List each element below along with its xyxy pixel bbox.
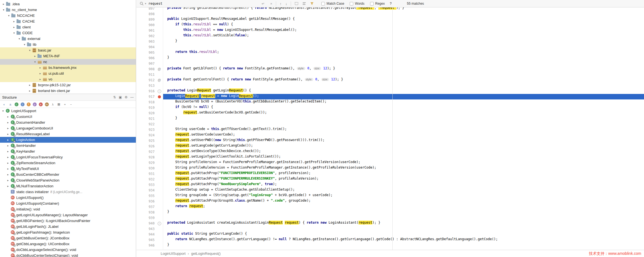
chevron-right-icon[interactable]: ▸ <box>28 89 32 92</box>
code-line[interactable]: 939 <box>136 215 644 221</box>
structure-item[interactable]: ▸cItemHandler <box>0 143 136 148</box>
line-number[interactable]: 919 <box>136 106 156 110</box>
chevron-right-icon[interactable]: ▸ <box>6 156 10 159</box>
checkbox-icon[interactable] <box>350 2 353 6</box>
line-number[interactable]: 936 <box>136 199 156 203</box>
sort-by-visibility-icon[interactable]: ◐ <box>2 102 7 107</box>
settings-icon[interactable]: ⚙ <box>125 95 128 99</box>
project-tree-item[interactable]: ▾nc <box>0 59 136 65</box>
line-number[interactable]: 900 <box>136 23 156 27</box>
code-line[interactable]: 904 <box>136 44 644 50</box>
search-input[interactable]: request <box>149 2 258 6</box>
chevron-right-icon[interactable]: ▸ <box>28 83 32 86</box>
structure-item[interactable]: ▸cDocumentHandler <box>0 120 136 125</box>
code-line[interactable]: 902 this.resultLbl.setVisible(false); <box>136 33 644 39</box>
chevron-right-icon[interactable]: ▸ <box>38 72 42 75</box>
code-line[interactable]: 911 <box>136 72 644 77</box>
code-line[interactable]: 930 String profileRuleVersion = Function… <box>136 166 644 171</box>
structure-item[interactable]: ▸cBusiCenterCBBCellRender <box>0 172 136 177</box>
chevron-right-icon[interactable]: ▸ <box>6 127 10 130</box>
code-line[interactable]: 932 request.putAttachProp("FUNCTIONPERMR… <box>136 177 644 182</box>
project-tree-item[interactable]: ▸CACHE <box>0 18 136 24</box>
structure-item[interactable]: mgetCbbBusiCenter(): JComboBox <box>0 235 136 241</box>
structure-item[interactable]: ▸cLanguageComboboxUI <box>0 125 136 131</box>
chevron-down-icon[interactable]: ▾ <box>17 37 21 40</box>
project-tree-item[interactable]: ▸META-INF <box>0 53 136 59</box>
chevron-right-icon[interactable]: ▸ <box>6 185 10 188</box>
line-number[interactable]: 934 <box>136 188 156 192</box>
line-number[interactable]: 930 <box>136 166 156 170</box>
code-line[interactable]: 900 if (this.resultLbl == null) { <box>136 22 644 28</box>
line-number[interactable]: 931 <box>136 172 156 176</box>
code-line[interactable]: 944public static String getCurrLangCode(… <box>136 232 644 237</box>
code-line[interactable]: 925 request.setUserPWD((new String(this.… <box>136 138 644 144</box>
chevron-down-icon[interactable]: ▾ <box>28 49 32 52</box>
line-number[interactable]: 929 <box>136 161 156 165</box>
show-interfaces-icon[interactable]: i <box>20 102 25 107</box>
code-line[interactable]: 901 this.resultLbl = new LoginUISupport.… <box>136 28 644 33</box>
next-match-icon[interactable]: ↓ <box>284 2 289 6</box>
line-number[interactable]: 906 <box>136 56 156 60</box>
code-line[interactable]: 945 return NCLangRes.getInstance().getCu… <box>136 237 644 243</box>
code-line[interactable]: 933 request.putAttachProp("NeedQuerySimp… <box>136 182 644 188</box>
line-number[interactable]: 911 <box>136 73 156 77</box>
override-icon[interactable]: ↑ <box>156 90 163 93</box>
chevron-down-icon[interactable]: ▾ <box>23 43 26 46</box>
code-line[interactable]: 923 String userCode = this.getTfUserCode… <box>136 127 644 132</box>
structure-item[interactable]: ▾cLoginUISupport <box>0 108 136 114</box>
show-classes-icon[interactable]: c <box>14 102 19 107</box>
regex-checkbox[interactable]: Regex <box>370 2 385 6</box>
line-number[interactable]: 932 <box>136 177 156 181</box>
project-tree-item[interactable]: ▾lib <box>0 42 136 47</box>
structure-item[interactable]: ▸cZipRemoteStreamAction <box>0 160 136 166</box>
line-number[interactable]: 943 <box>136 227 156 231</box>
code-line[interactable]: 940↑protected LoginAssistant createLogin… <box>136 221 644 226</box>
match-case-checkbox[interactable]: Match Case <box>321 2 344 6</box>
show-properties-icon[interactable]: p <box>32 102 37 107</box>
structure-item[interactable]: ▸cKeyHandler <box>0 148 136 154</box>
line-number[interactable]: 901 <box>136 29 156 33</box>
project-tree-item[interactable]: ▸borland bin client.jar <box>0 88 136 94</box>
sort-icon[interactable]: ⇅ <box>113 95 116 99</box>
structure-item[interactable]: mgetCbbLanguage(): UIComboBox <box>0 241 136 247</box>
override-icon[interactable]: ↑ <box>156 222 163 225</box>
line-number[interactable]: 908 <box>136 67 156 71</box>
line-number[interactable]: 940 <box>136 221 156 225</box>
line-number[interactable]: 945 <box>136 238 156 242</box>
line-number[interactable]: 939 <box>136 216 156 220</box>
project-tree-item[interactable]: ▸ui.pub.util <box>0 71 136 76</box>
checkbox-icon[interactable] <box>370 2 374 6</box>
code-line[interactable]: 921 } <box>136 116 644 121</box>
structure-item[interactable]: ▸cMyTextFieldUI <box>0 166 136 172</box>
line-number[interactable]: 937 <box>136 205 156 209</box>
line-number[interactable]: 918 <box>136 100 156 104</box>
code-line[interactable]: 916↑protected LoginRequest getLoginReque… <box>136 88 644 94</box>
chevron-right-icon[interactable]: ▸ <box>38 66 42 69</box>
line-number[interactable]: 916 <box>136 89 156 93</box>
line-number[interactable]: 899 <box>136 18 156 21</box>
search-options-chevron-icon[interactable]: ▾ <box>145 2 146 5</box>
code-line[interactable]: 912@private Font getControlFont() { retu… <box>136 77 644 83</box>
clear-search-icon[interactable]: × <box>268 2 274 6</box>
hide-icon[interactable]: — <box>130 95 134 99</box>
code-line[interactable]: 946} <box>136 243 644 248</box>
highlight-results-icon[interactable] <box>300 2 308 6</box>
project-tree-item[interactable]: ▸.idea <box>0 1 136 7</box>
chevron-right-icon[interactable]: ▸ <box>6 173 10 176</box>
line-number[interactable]: 907 <box>136 62 156 66</box>
structure-item[interactable]: ▸cCloseWebStartPanelAction <box>0 177 136 183</box>
line-number[interactable]: 913 <box>136 84 156 88</box>
project-tree-item[interactable]: ▾nc_client_home <box>0 7 136 13</box>
code-line[interactable]: 907 <box>136 61 644 66</box>
code-line[interactable]: 919 if (bcVO != null) { <box>136 105 644 110</box>
code-line[interactable]: 931 request.putAttachProp("FUNCTIONPERMP… <box>136 171 644 177</box>
code-line[interactable]: 920 request.setBusiCenterCode(bcVO.getCo… <box>136 110 644 116</box>
code-line[interactable]: 924 request.setUserCode(userCode); <box>136 132 644 138</box>
words-checkbox[interactable]: Words <box>350 2 364 6</box>
code-line[interactable]: 899public LoginUISupport.ResultMessageLa… <box>136 17 644 22</box>
code-line[interactable]: 928 request.setLoginType(ClientToolkit.i… <box>136 155 644 160</box>
structure-item[interactable]: mLoginUISupport(Container) <box>0 201 136 206</box>
code-line[interactable]: 906} <box>136 55 644 61</box>
project-tree-item[interactable]: ▸bs.framework.jmx <box>0 65 136 71</box>
chevron-right-icon[interactable]: ▸ <box>6 150 10 153</box>
